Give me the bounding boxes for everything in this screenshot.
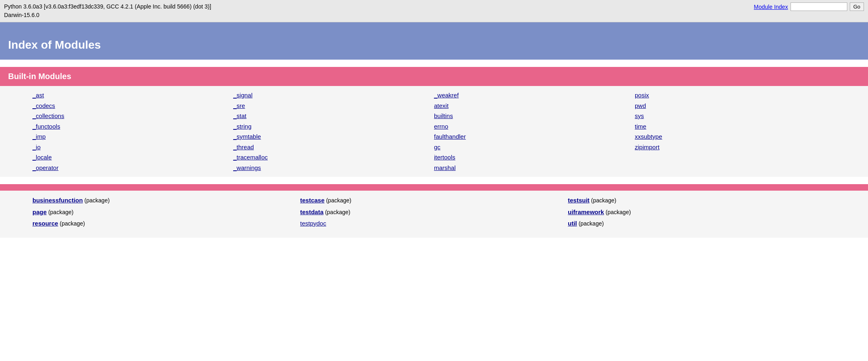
builtin-col-3: _weakrefatexitbuiltinserrnofaulthandlerg… [434,90,635,173]
module-link[interactable]: _collections [32,111,233,121]
module-link[interactable]: sys [635,111,836,121]
search-input[interactable] [791,2,847,11]
module-link[interactable]: itertools [434,152,635,163]
module-link[interactable]: marshal [434,163,635,173]
module-link[interactable]: atexit [434,101,635,111]
module-link[interactable]: _weakref [434,90,635,101]
go-button[interactable]: Go [850,2,864,11]
package-link-bold[interactable]: page [32,208,47,215]
package-link-bold[interactable]: testdata [300,208,324,215]
module-link[interactable]: _stat [233,111,434,121]
package-item: testcase (package) [300,195,568,206]
package-item: page (package) [32,206,300,218]
module-link[interactable]: posix [635,90,836,101]
package-link-bold[interactable]: uiframework [568,208,604,215]
module-link[interactable]: _thread [233,142,434,153]
package-suffix: (package) [324,209,350,215]
module-link[interactable]: _warnings [233,163,434,173]
top-bar-right: Module Index Go [754,2,864,11]
module-link[interactable]: _tracemalloc [233,152,434,163]
package-item: businessfunction (package) [32,195,300,206]
packages-section-header [0,184,868,191]
module-link[interactable]: zipimport [635,142,836,153]
package-item: util (package) [568,218,836,230]
package-item: testsuit (package) [568,195,836,206]
package-suffix: (package) [589,197,616,204]
top-bar-left: Python 3.6.0a3 [v3.6.0a3:f3edf13dc339, G… [4,2,211,19]
package-link-bold[interactable]: util [568,220,577,227]
package-item: uiframework (package) [568,206,836,218]
package-suffix: (package) [604,209,631,215]
package-link-bold[interactable]: testcase [300,197,324,204]
module-link[interactable]: xxsubtype [635,131,836,142]
builtin-section-title: Built-in Modules [8,72,71,81]
top-bar: Python 3.6.0a3 [v3.6.0a3:f3edf13dc339, G… [0,0,868,22]
python-version: Python 3.6.0a3 [v3.6.0a3:f3edf13dc339, G… [4,2,211,11]
module-link[interactable]: _functools [32,121,233,132]
module-index-link[interactable]: Module Index [754,4,788,10]
package-item: testdata (package) [300,206,568,218]
module-link[interactable]: time [635,121,836,132]
module-link[interactable]: _symtable [233,131,434,142]
package-suffix: (package) [577,220,604,227]
package-link-bold[interactable]: testsuit [568,197,589,204]
package-suffix: (package) [47,209,73,215]
package-suffix: (package) [58,220,85,227]
module-link[interactable]: pwd [635,101,836,111]
builtin-grid: _ast_codecs_collections_functools_imp_io… [0,86,868,177]
module-link[interactable]: _sre [233,101,434,111]
index-title: Index of Modules [8,39,860,52]
package-suffix: (package) [324,197,351,204]
module-link[interactable]: _imp [32,131,233,142]
package-item: resource (package) [32,218,300,230]
module-link[interactable]: _locale [32,152,233,163]
pkg-col-2: testcase (package)testdata (package)test… [300,195,568,230]
pkg-col-1: businessfunction (package)page (package)… [32,195,300,230]
package-link-bold[interactable]: businessfunction [32,197,83,204]
pkg-col-3: testsuit (package)uiframework (package)u… [568,195,836,230]
module-link[interactable]: _codecs [32,101,233,111]
module-link[interactable]: _ast [32,90,233,101]
builtin-section-header: Built-in Modules [0,67,868,86]
module-link[interactable]: faulthandler [434,131,635,142]
builtin-col-1: _ast_codecs_collections_functools_imp_io… [32,90,233,173]
package-item: testpydoc [300,218,568,230]
builtin-col-4: posixpwdsystimexxsubtypezipimport [635,90,836,173]
package-link-bold[interactable]: resource [32,220,58,227]
package-suffix: (package) [83,197,110,204]
module-link[interactable]: _io [32,142,233,153]
index-header: Index of Modules [0,22,868,60]
module-link[interactable]: errno [434,121,635,132]
package-link[interactable]: testpydoc [300,220,326,227]
builtin-col-2: _signal_sre_stat_string_symtable_thread_… [233,90,434,173]
packages-grid: businessfunction (package)page (package)… [32,195,836,230]
module-link[interactable]: _signal [233,90,434,101]
module-link[interactable]: builtins [434,111,635,121]
module-link[interactable]: _string [233,121,434,132]
module-link[interactable]: _operator [32,163,233,173]
module-link[interactable]: gc [434,142,635,153]
os-version: Darwin-15.6.0 [4,11,211,19]
packages-section: businessfunction (package)page (package)… [0,191,868,238]
